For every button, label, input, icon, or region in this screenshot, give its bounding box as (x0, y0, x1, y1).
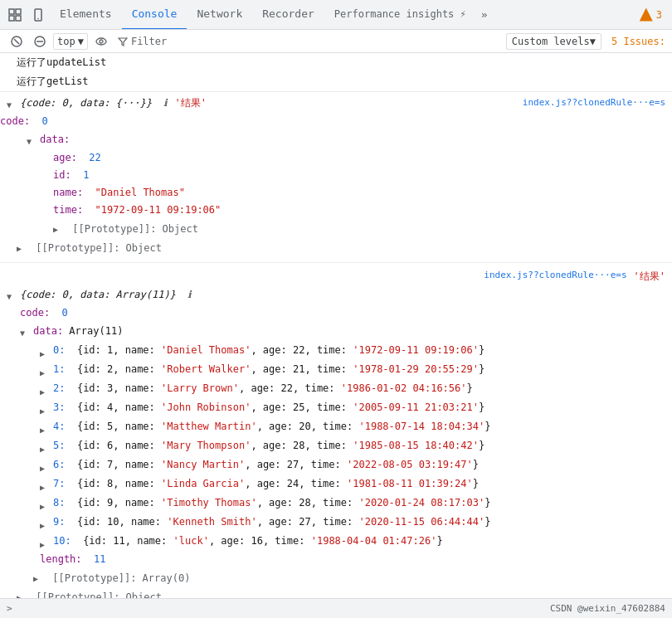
obj2-source-link[interactable]: index.js??clonedRule···e=s (484, 270, 626, 284)
obj1-age-prop: age: 22 (0, 149, 672, 167)
log-level-selector[interactable]: Custom levels ▼ (506, 33, 601, 50)
obj1-id-prop: id: 1 (0, 167, 672, 184)
obj2-arrow[interactable] (7, 289, 17, 299)
tab-performance[interactable]: Performance insights ⚡ (324, 0, 476, 30)
array-item-6[interactable]: 6: {id: 7, name: 'Nancy Martin', age: 27… (0, 455, 672, 474)
devtools-tabbar: Elements Console Network Recorder Perfor… (0, 0, 672, 30)
obj1-source-link[interactable]: index.js??clonedRule···e=s (523, 95, 665, 110)
more-tabs-button[interactable]: » (476, 8, 493, 21)
item3-arrow[interactable] (40, 403, 50, 413)
array-item-9[interactable]: 9: {id: 10, name: 'Kenneth Smith', age: … (0, 513, 672, 532)
console-output: 运行了updateList 运行了getList {code: 0, data:… (0, 53, 672, 598)
obj1-toggle[interactable]: {code: 0, data: {···}} ℹ '结果' index.js??… (0, 94, 672, 113)
console-toolbar: top ▼ Filter Custom levels ▼ 5 Issues: (0, 30, 672, 53)
item10-arrow[interactable] (40, 537, 50, 547)
context-selector[interactable]: top ▼ (53, 33, 88, 50)
log-line-updatelist: 运行了updateList (0, 53, 672, 72)
log-line-getlist: 运行了getList (0, 72, 672, 91)
obj1-data-proto[interactable]: [[Prototype]]: Object (0, 219, 672, 238)
svg-rect-2 (9, 16, 14, 21)
item6-arrow[interactable] (40, 460, 50, 470)
svg-rect-0 (9, 9, 14, 14)
svg-point-11 (100, 40, 103, 43)
svg-line-7 (14, 39, 19, 44)
svg-rect-3 (16, 16, 21, 21)
tab-elements[interactable]: Elements (50, 0, 122, 30)
array-item-1[interactable]: 1: {id: 2, name: 'Robert Walker', age: 2… (0, 360, 672, 379)
array-item-3[interactable]: 3: {id: 4, name: 'John Robinson', age: 2… (0, 398, 672, 417)
obj2-code-prop: code: 0 (0, 304, 672, 322)
obj1-time-prop: time: "1972-09-11 09:19:06" (0, 202, 672, 219)
array-items-container: 0: {id: 1, name: 'Daniel Thomas', age: 2… (0, 341, 672, 551)
array-item-10[interactable]: 10: {id: 11, name: 'luck', age: 16, time… (0, 532, 672, 551)
item4-arrow[interactable] (40, 422, 50, 432)
issues-count: 5 Issues: (611, 36, 665, 47)
obj2-root-proto[interactable]: [[Prototype]]: Object (0, 587, 672, 598)
warning-badge: 3 (640, 8, 669, 22)
array-item-4[interactable]: 4: {id: 5, name: 'Matthew Martin', age: … (0, 417, 672, 436)
obj1-root-proto[interactable]: [[Prototype]]: Object (0, 238, 672, 257)
obj1-name-prop: name: "Daniel Thomas" (0, 184, 672, 202)
item2-arrow[interactable] (40, 384, 50, 394)
array-item-8[interactable]: 8: {id: 9, name: 'Timothy Thomas', age: … (0, 494, 672, 513)
svg-rect-1 (16, 9, 21, 14)
filter-input[interactable] (173, 36, 503, 47)
tab-network[interactable]: Network (187, 0, 252, 30)
array-proto-arrow[interactable] (33, 571, 43, 581)
obj2-root-proto-arrow[interactable] (17, 590, 27, 598)
obj1-code-prop: code: 0 (0, 113, 672, 130)
filter-label: Filter (114, 36, 170, 47)
obj1-arrow[interactable] (7, 97, 17, 107)
obj2-data-toggle[interactable]: data: Array(11) (0, 322, 672, 341)
array-length-prop: length: 11 (0, 551, 672, 568)
obj1-root-proto-arrow[interactable] (17, 241, 27, 251)
obj1-data-toggle[interactable]: data: (0, 130, 672, 149)
obj2-toggle[interactable]: {code: 0, data: Array(11)} ℹ (0, 285, 672, 304)
inspect-icon[interactable] (3, 0, 27, 30)
bottom-bar: > CSDN @weixin_47602884 (0, 598, 672, 618)
disable-log-button[interactable] (30, 32, 50, 51)
item1-arrow[interactable] (40, 365, 50, 375)
array-item-5[interactable]: 5: {id: 6, name: 'Mary Thompson', age: 2… (0, 436, 672, 455)
eye-icon-button[interactable] (91, 32, 111, 51)
item5-arrow[interactable] (40, 441, 50, 451)
item0-arrow[interactable] (40, 346, 50, 356)
item7-arrow[interactable] (40, 479, 50, 489)
clear-console-button[interactable] (7, 32, 27, 51)
svg-point-5 (37, 17, 39, 19)
tab-recorder[interactable]: Recorder (252, 0, 324, 30)
item8-arrow[interactable] (40, 499, 50, 509)
warning-icon (640, 8, 653, 22)
mobile-icon[interactable] (27, 0, 50, 30)
obj1-data-arrow[interactable] (27, 134, 37, 144)
array-item-7[interactable]: 7: {id: 8, name: 'Linda Garcia', age: 24… (0, 474, 672, 494)
svg-point-10 (96, 38, 106, 45)
item9-arrow[interactable] (40, 518, 50, 528)
obj2-data-arrow[interactable] (20, 325, 30, 335)
array-item-2[interactable]: 2: {id: 3, name: 'Larry Brown', age: 22,… (0, 379, 672, 398)
obj2-link-row: index.js??clonedRule···e=s '结果' (0, 268, 672, 285)
tab-console[interactable]: Console (122, 0, 187, 30)
divider (0, 262, 672, 263)
obj2-array-proto[interactable]: [[Prototype]]: Array(0) (0, 568, 672, 587)
obj1-data-proto-arrow[interactable] (53, 221, 63, 231)
array-item-0[interactable]: 0: {id: 1, name: 'Daniel Thomas', age: 2… (0, 341, 672, 360)
